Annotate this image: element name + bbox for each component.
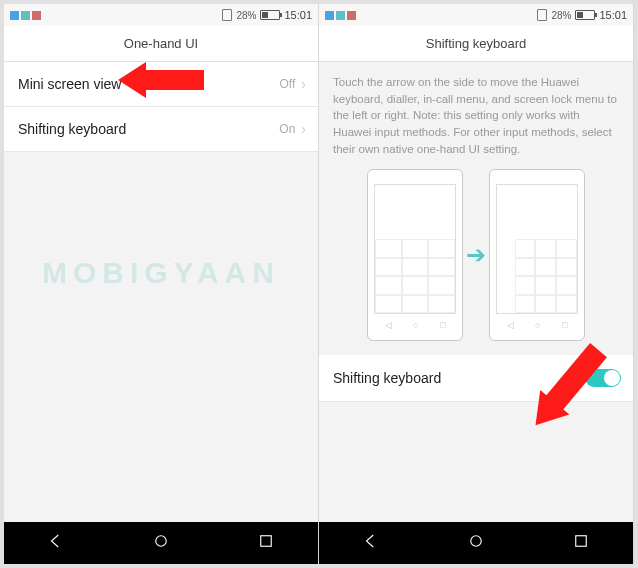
row-value: Off bbox=[280, 77, 296, 91]
arrow-right-icon: ➔ bbox=[466, 241, 486, 269]
page-title-left: One-hand UI bbox=[4, 26, 318, 62]
notif-icon-2 bbox=[336, 11, 345, 20]
page-title-right: Shifting keyboard bbox=[319, 26, 633, 62]
svg-point-0 bbox=[156, 536, 167, 547]
status-bar: 28% 15:01 bbox=[4, 4, 318, 26]
chevron-right-icon: › bbox=[301, 76, 306, 92]
toggle-switch[interactable] bbox=[585, 369, 621, 387]
status-bar: 28% 15:01 bbox=[319, 4, 633, 26]
notif-icon-3 bbox=[32, 11, 41, 20]
illustration: ◁○□ ➔ ◁○□ bbox=[319, 163, 633, 355]
svg-rect-1 bbox=[260, 536, 271, 547]
status-right: 28% 15:01 bbox=[222, 9, 312, 21]
status-left-icons bbox=[325, 11, 356, 20]
row-mini-screen-view[interactable]: Mini screen view Off › bbox=[4, 62, 318, 107]
svg-rect-3 bbox=[575, 536, 586, 547]
illus-phone-shifted: ◁○□ bbox=[489, 169, 585, 341]
battery-icon bbox=[575, 10, 595, 20]
status-time: 15:01 bbox=[599, 9, 627, 21]
notif-icon-3 bbox=[347, 11, 356, 20]
back-icon[interactable] bbox=[362, 532, 380, 554]
sim-icon bbox=[537, 9, 547, 21]
row-value: On bbox=[279, 122, 295, 136]
row-label: Mini screen view bbox=[18, 76, 121, 92]
status-left-icons bbox=[10, 11, 41, 20]
row-label: Shifting keyboard bbox=[333, 370, 441, 386]
status-time: 15:01 bbox=[284, 9, 312, 21]
screen-right: 28% 15:01 Shifting keyboard Touch the ar… bbox=[319, 4, 634, 564]
notif-icon-2 bbox=[21, 11, 30, 20]
nav-bar bbox=[4, 522, 318, 564]
home-icon[interactable] bbox=[467, 532, 485, 554]
setting-description: Touch the arrow on the side to move the … bbox=[319, 62, 633, 163]
chevron-right-icon: › bbox=[301, 121, 306, 137]
sim-icon bbox=[222, 9, 232, 21]
watermark: MOBIGYAAN bbox=[42, 256, 280, 290]
back-icon[interactable] bbox=[47, 532, 65, 554]
notif-icon-1 bbox=[10, 11, 19, 20]
home-icon[interactable] bbox=[152, 532, 170, 554]
notif-icon-1 bbox=[325, 11, 334, 20]
recent-icon[interactable] bbox=[572, 532, 590, 554]
svg-point-2 bbox=[471, 536, 482, 547]
battery-pct: 28% bbox=[551, 10, 571, 21]
screen-left: 28% 15:01 One-hand UI Mini screen view O… bbox=[4, 4, 319, 564]
row-shifting-keyboard[interactable]: Shifting keyboard On › bbox=[4, 107, 318, 152]
row-label: Shifting keyboard bbox=[18, 121, 126, 137]
row-shifting-keyboard-toggle[interactable]: Shifting keyboard bbox=[319, 355, 633, 402]
battery-pct: 28% bbox=[236, 10, 256, 21]
nav-bar bbox=[319, 522, 633, 564]
illus-phone-full: ◁○□ bbox=[367, 169, 463, 341]
battery-icon bbox=[260, 10, 280, 20]
recent-icon[interactable] bbox=[257, 532, 275, 554]
status-right: 28% 15:01 bbox=[537, 9, 627, 21]
